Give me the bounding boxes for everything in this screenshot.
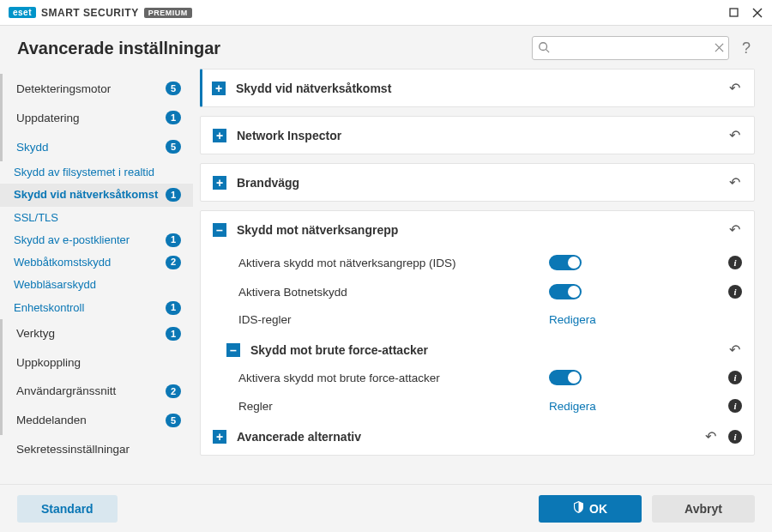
panel-header[interactable]: + Skydd vid nätverksåtkomst ↶ (202, 70, 754, 106)
sidebar-item-label: Sekretessinställningar (16, 443, 181, 456)
row-ids-enable: Aktivera skydd mot nätverksangrepp (IDS)… (213, 248, 742, 277)
sidebar: Detekteringsmotor 5 Uppdatering 1 Skydd … (0, 69, 193, 484)
sidebar-badge: 2 (166, 256, 181, 269)
sidebar-item-label: Verktyg (16, 327, 159, 340)
info-icon[interactable]: i (728, 371, 742, 384)
sidebar-badge: 1 (166, 327, 181, 341)
sidebar-item-ui[interactable]: Användargränssnitt 2 (0, 377, 193, 406)
search-icon (533, 41, 555, 56)
default-button[interactable]: Standard (17, 495, 118, 523)
toggle-ids[interactable] (549, 255, 582, 270)
page-header: Avancerade inställningar ? (0, 26, 772, 69)
row-label: Aktivera skydd mot brute force-attacker (238, 372, 539, 384)
sidebar-sub-label: Skydd av filsystemet i realtid (14, 166, 181, 179)
sidebar-item-label: Användargränssnitt (16, 384, 159, 397)
page-title: Avancerade inställningar (17, 39, 220, 58)
reset-icon[interactable]: ↶ (727, 80, 742, 96)
sub-title: Avancerade alternativ (237, 430, 692, 444)
sidebar-badge: 1 (166, 233, 181, 247)
reset-icon[interactable]: ↶ (727, 127, 742, 143)
info-icon[interactable]: i (728, 256, 742, 269)
row-bf-rules: Regler Redigera i (213, 392, 742, 420)
maximize-button[interactable] (727, 7, 739, 19)
info-icon[interactable]: i (728, 285, 742, 299)
sidebar-sub-ssl[interactable]: SSL/TLS (0, 207, 193, 229)
reset-icon[interactable]: ↶ (727, 342, 742, 358)
info-icon[interactable]: i (728, 430, 742, 444)
expand-icon[interactable]: + (213, 176, 226, 190)
sidebar-item-update[interactable]: Uppdatering 1 (0, 103, 193, 132)
close-button[interactable] (751, 7, 763, 19)
sidebar-sub-rtfs[interactable]: Skydd av filsystemet i realtid (0, 161, 193, 184)
expand-icon[interactable]: + (213, 129, 226, 142)
sidebar-badge: 5 (166, 140, 181, 154)
edit-link[interactable]: Redigera (549, 313, 596, 326)
content-area: + Skydd vid nätverksåtkomst ↶ + Network … (193, 69, 772, 484)
sidebar-item-label: Meddelanden (16, 414, 159, 426)
subheader-bruteforce[interactable]: – Skydd mot brute force-attacker ↶ (213, 333, 742, 363)
window-controls (727, 7, 763, 19)
panel-header[interactable]: – Skydd mot nätverksangrepp ↶ (201, 211, 754, 248)
brand-tier-badge: PREMIUM (144, 8, 192, 18)
sidebar-item-label: Uppkoppling (16, 356, 181, 369)
sidebar-sub-email[interactable]: Skydd av e-postklienter 1 (0, 229, 193, 251)
sidebar-sub-label: Enhetskontroll (14, 301, 159, 315)
sub-title: Skydd mot brute force-attacker (250, 343, 716, 357)
svg-line-4 (546, 49, 550, 52)
toggle-bruteforce[interactable] (549, 370, 582, 385)
row-bf-enable: Aktivera skydd mot brute force-attacker … (213, 363, 742, 392)
sidebar-sub-device[interactable]: Enhetskontroll 1 (0, 297, 193, 319)
sidebar-item-skydd[interactable]: Skydd 5 (0, 132, 193, 161)
sidebar-item-label: Skydd (16, 141, 159, 154)
panel-title: Network Inspector (237, 129, 341, 142)
sidebar-sub-label: Skydd av e-postklienter (14, 233, 159, 247)
row-ids-rules: IDS-regler Redigera (213, 306, 742, 333)
expand-icon[interactable]: + (213, 430, 226, 444)
panel-header[interactable]: + Brandvägg ↶ (201, 164, 754, 201)
edit-link[interactable]: Redigera (549, 400, 596, 413)
panel-body: Aktivera skydd mot nätverksangrepp (IDS)… (201, 248, 754, 455)
row-label: IDS-regler (238, 313, 539, 326)
sidebar-item-tools[interactable]: Verktyg 1 (0, 319, 193, 348)
ok-label: OK (589, 502, 607, 516)
sidebar-badge: 2 (166, 384, 181, 398)
subheader-advanced[interactable]: + Avancerade alternativ ↶ i (213, 420, 742, 450)
brand-logo: eset (9, 7, 36, 18)
cancel-button[interactable]: Avbryt (652, 495, 755, 523)
sidebar-item-messages[interactable]: Meddelanden 5 (0, 406, 193, 435)
sidebar-item-detection[interactable]: Detekteringsmotor 5 (0, 74, 193, 103)
search-box[interactable] (532, 36, 729, 60)
sidebar-item-label: Detekteringsmotor (16, 82, 159, 95)
ok-button[interactable]: OK (539, 495, 642, 523)
toggle-botnet[interactable] (549, 284, 582, 299)
info-icon[interactable]: i (728, 399, 742, 413)
sidebar-sub-browser[interactable]: Webbläsarskydd (0, 274, 193, 296)
sidebar-badge: 1 (166, 301, 181, 315)
row-botnet-enable: Aktivera Botnetskydd i (213, 277, 742, 306)
help-icon[interactable]: ? (738, 39, 755, 57)
brand: eset SMART SECURITY PREMIUM (9, 7, 192, 19)
sidebar-badge: 5 (166, 414, 181, 427)
panel-title: Brandvägg (237, 176, 299, 190)
reset-icon[interactable]: ↶ (727, 174, 742, 190)
titlebar: eset SMART SECURITY PREMIUM (0, 0, 772, 26)
sidebar-item-privacy[interactable]: Sekretessinställningar (0, 435, 193, 463)
svg-rect-0 (730, 9, 738, 16)
sidebar-sub-webaccess[interactable]: Webbåtkomstskydd 2 (0, 251, 193, 274)
sidebar-sub-label: SSL/TLS (14, 211, 181, 225)
reset-icon[interactable]: ↶ (727, 221, 742, 238)
panel-net-attack: – Skydd mot nätverksangrepp ↶ Aktivera s… (200, 210, 755, 456)
sidebar-sub-label: Webbåtkomstskydd (14, 256, 159, 269)
clear-search-icon[interactable] (709, 42, 728, 55)
sidebar-item-connection[interactable]: Uppkoppling (0, 348, 193, 377)
search-input[interactable] (555, 37, 709, 59)
reset-icon[interactable]: ↶ (703, 428, 718, 444)
svg-point-3 (540, 42, 547, 50)
collapse-icon[interactable]: – (213, 223, 226, 237)
panel-net-inspector: + Network Inspector ↶ (200, 116, 755, 154)
sidebar-skydd-sublist: Skydd av filsystemet i realtid Skydd vid… (0, 161, 193, 319)
expand-icon[interactable]: + (212, 82, 226, 95)
sidebar-sub-net-access[interactable]: Skydd vid nätverksåtkomst 1 (0, 184, 193, 206)
collapse-icon[interactable]: – (226, 343, 240, 357)
panel-header[interactable]: + Network Inspector ↶ (201, 117, 754, 154)
